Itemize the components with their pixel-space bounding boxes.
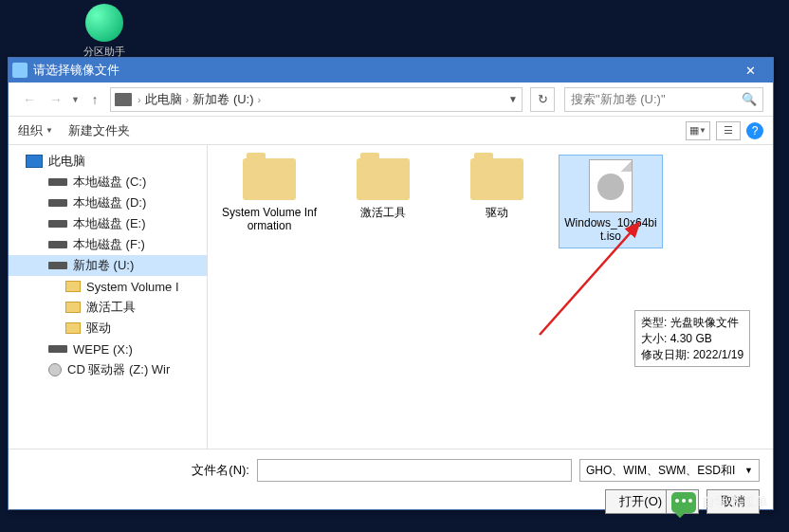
dialog-footer: 文件名(N): GHO、WIM、SWM、ESD和I▼ 打开(O)▼ 取消 (9, 449, 773, 522)
tree-drive-d[interactable]: 本地磁盘 (D:) (9, 193, 207, 213)
folder-icon (357, 158, 410, 200)
organize-menu[interactable]: 组织▼ (18, 122, 53, 139)
refresh-button[interactable]: ↻ (530, 87, 555, 112)
chevron-right-icon: › (186, 94, 190, 105)
toolbar: 组织▼ 新建文件夹 ▦ ▼ ☰ ? (9, 117, 773, 145)
back-button[interactable]: ← (18, 88, 41, 111)
nav-tree: 此电脑 本地磁盘 (C:) 本地磁盘 (D:) 本地磁盘 (E:) 本地磁盘 (… (9, 145, 208, 449)
watermark-text: 自学不孤单 (702, 494, 768, 511)
tree-this-pc[interactable]: 此电脑 (9, 151, 207, 172)
tree-drive-u[interactable]: 新加卷 (U:) (9, 255, 207, 276)
up-button[interactable]: ↑ (83, 88, 106, 111)
tree-drive-f[interactable]: 本地磁盘 (F:) (9, 234, 207, 255)
file-type-filter[interactable]: GHO、WIM、SWM、ESD和I▼ (579, 459, 760, 482)
wechat-icon (671, 492, 696, 513)
close-button[interactable]: ✕ (731, 61, 769, 80)
view-details-button[interactable]: ☰ (716, 121, 741, 140)
history-dropdown[interactable]: ▼ (71, 95, 80, 104)
watermark: 自学不孤单 (671, 492, 768, 513)
desktop-shortcut: 分区助手 (76, 4, 133, 59)
nav-bar: ← → ▼ ↑ › 此电脑 › 新加卷 (U:) › ▼ ↻ 搜索"新加卷 (U… (9, 83, 773, 117)
tree-cd[interactable]: CD 驱动器 (Z:) Wir (9, 359, 207, 380)
file-list: System Volume Information 激活工具 驱动 Window… (208, 145, 773, 449)
filename-input[interactable] (257, 459, 572, 482)
folder-icon (243, 158, 296, 200)
tree-drive-c[interactable]: 本地磁盘 (C:) (9, 172, 207, 193)
window-title: 请选择镜像文件 (33, 62, 119, 79)
chevron-right-icon: › (138, 94, 141, 105)
breadcrumb-drive[interactable]: 新加卷 (U:) (193, 91, 253, 108)
tree-activate[interactable]: 激活工具 (9, 297, 207, 318)
tree-drive-e[interactable]: 本地磁盘 (E:) (9, 213, 207, 234)
folder-icon (470, 158, 523, 200)
tree-driver[interactable]: 驱动 (9, 318, 207, 339)
tree-wepe[interactable]: WEPE (X:) (9, 339, 207, 359)
drive-icon (115, 93, 132, 106)
forward-button[interactable]: → (45, 88, 67, 111)
breadcrumb-pc[interactable]: 此电脑 (145, 91, 182, 108)
search-icon: 🔍 (742, 92, 757, 106)
folder-driver[interactable]: 驱动 (445, 155, 549, 248)
partition-icon (85, 4, 123, 42)
file-iso[interactable]: Windows_10x64bit.iso (559, 155, 663, 248)
file-tooltip: 类型: 光盘映像文件 大小: 4.30 GB 修改日期: 2022/1/19 (634, 310, 750, 367)
search-placeholder: 搜索"新加卷 (U:)" (571, 91, 666, 108)
app-icon (12, 63, 28, 78)
titlebar: 请选择镜像文件 ✕ (9, 58, 773, 83)
help-button[interactable]: ? (746, 122, 763, 139)
address-bar[interactable]: › 此电脑 › 新加卷 (U:) › ▼ (110, 87, 523, 112)
desktop-shortcut-label: 分区助手 (83, 46, 125, 57)
tree-svi[interactable]: System Volume I (9, 276, 207, 297)
search-input[interactable]: 搜索"新加卷 (U:)" 🔍 (564, 87, 763, 112)
folder-svi[interactable]: System Volume Information (217, 155, 321, 248)
iso-file-icon (589, 159, 633, 212)
filename-label: 文件名(N): (22, 462, 249, 479)
file-open-dialog: 请选择镜像文件 ✕ ← → ▼ ↑ › 此电脑 › 新加卷 (U:) › ▼ ↻… (8, 57, 774, 510)
folder-activate[interactable]: 激活工具 (331, 155, 435, 248)
address-dropdown[interactable]: ▼ (508, 94, 518, 104)
new-folder-button[interactable]: 新建文件夹 (68, 122, 130, 139)
view-thumbnails-button[interactable]: ▦ ▼ (686, 121, 710, 140)
chevron-right-icon: › (258, 94, 262, 105)
